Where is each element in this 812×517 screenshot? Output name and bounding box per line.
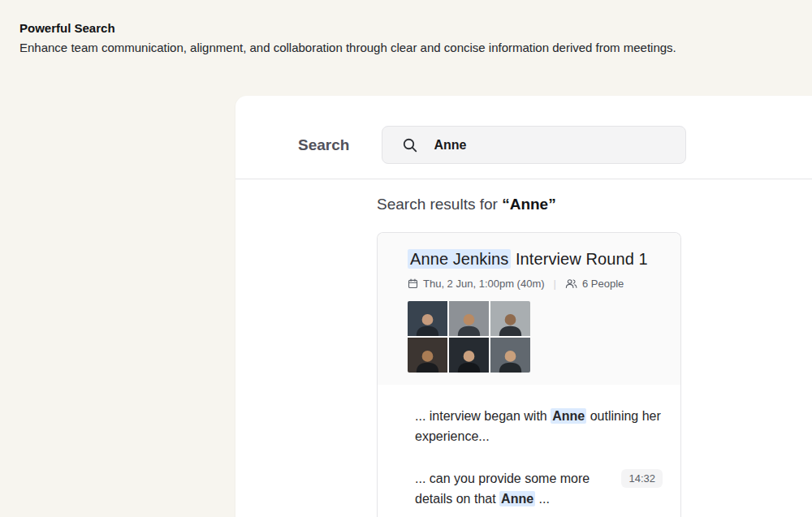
page-title: Powerful Search (19, 21, 791, 35)
calendar-icon (408, 278, 418, 289)
snippet[interactable]: ... interview began with Anne outlining … (415, 406, 663, 446)
search-icon (402, 137, 418, 153)
people-icon (565, 278, 577, 289)
thumbnail-participant (449, 301, 489, 336)
search-panel: Search Anne Search results for “Anne” An… (235, 96, 812, 517)
title-highlight: Anne Jenkins (408, 249, 511, 269)
meeting-thumbnail[interactable] (408, 301, 530, 373)
snippet-highlight: Anne (551, 408, 586, 424)
result-title[interactable]: Anne Jenkins Interview Round 1 (408, 248, 664, 270)
title-rest: Interview Round 1 (511, 250, 648, 268)
panel-divider (235, 179, 812, 179)
snippet-row: ... can you provide some more details on… (415, 468, 663, 509)
snippet-text: ... (535, 492, 550, 506)
results-prefix: Search results for (377, 196, 502, 213)
thumbnail-participant (449, 338, 489, 373)
result-body: ... interview began with Anne outlining … (378, 385, 680, 517)
search-row: Search Anne (235, 96, 812, 164)
results-query: “Anne” (502, 196, 556, 213)
thumbnail-participant (408, 338, 447, 373)
meta-separator: | (554, 278, 556, 290)
timestamp-badge[interactable]: 14:32 (621, 469, 663, 488)
thumbnail-participant (408, 301, 447, 336)
thumbnail-participant (490, 338, 530, 373)
results-heading: Search results for “Anne” (377, 196, 812, 213)
thumbnail-participant (490, 301, 530, 336)
search-label: Search (298, 136, 349, 154)
page-subtitle: Enhance team communication, alignment, a… (19, 41, 791, 54)
search-query-text: Anne (434, 138, 466, 153)
result-card[interactable]: Anne Jenkins Interview Round 1 Thu, 2 Ju… (377, 232, 681, 517)
page-header: Powerful Search Enhance team communicati… (19, 21, 791, 54)
snippet[interactable]: ... can you provide some more details on… (415, 468, 613, 509)
snippet-highlight: Anne (499, 491, 535, 506)
people-count: 6 People (582, 278, 624, 290)
meeting-datetime: Thu, 2 Jun, 1:00pm (40m) (423, 278, 545, 290)
result-header: Anne Jenkins Interview Round 1 Thu, 2 Ju… (378, 233, 680, 385)
search-input[interactable]: Anne (382, 126, 686, 164)
snippet-text: ... interview began with (415, 409, 551, 423)
result-meta: Thu, 2 Jun, 1:00pm (40m) | 6 People (408, 278, 664, 290)
